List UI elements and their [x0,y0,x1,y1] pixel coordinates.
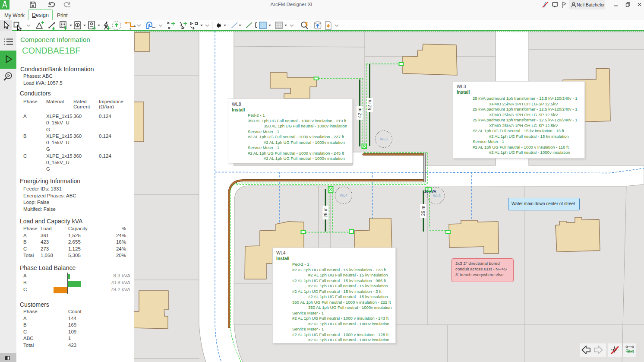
svg-text:26 m: 26 m [420,206,426,216]
svg-text:42 m: 42 m [357,108,362,118]
svg-text:WL3: WL3 [433,194,441,198]
svg-text:WL4: WL4 [340,193,347,197]
svg-text:Neil Batchelor: Neil Batchelor [577,2,605,7]
svg-text:Text: Text [626,349,634,354]
svg-text:WL8: WL8 [380,137,388,141]
svg-text:26 m: 26 m [323,207,328,218]
svg-text:25 kVA: 25 kVA [424,189,436,194]
svg-text:52 m: 52 m [367,100,372,110]
